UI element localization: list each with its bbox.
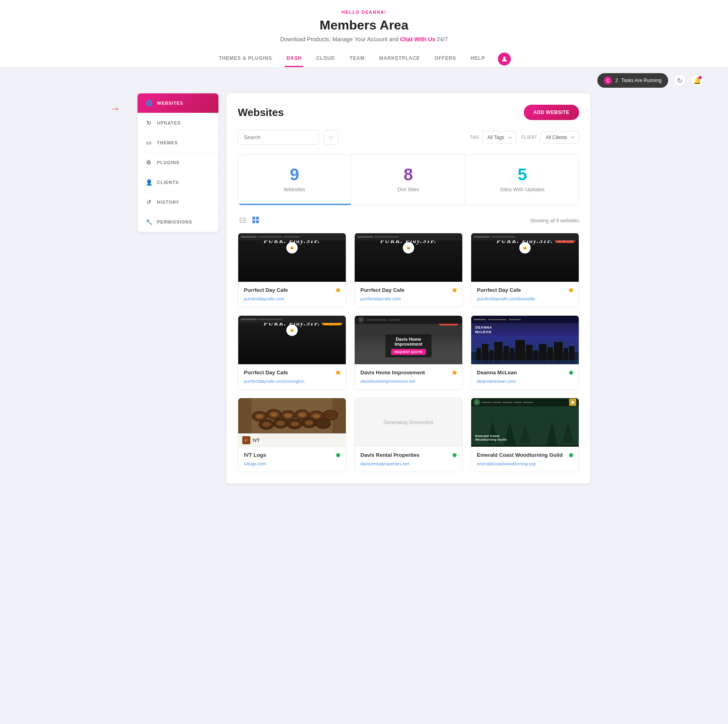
nav-marketplace[interactable]: MARKETPLACE [378, 51, 422, 67]
card-url-5[interactable]: davishomeimprovement.net [360, 379, 415, 384]
svg-point-41 [262, 422, 271, 427]
svg-marker-52 [571, 401, 574, 404]
svg-rect-6 [243, 222, 246, 223]
svg-rect-7 [252, 217, 255, 220]
svg-point-45 [291, 422, 299, 426]
card-screenshot-2: 🐱 PURR. Play.SIP. [355, 233, 462, 282]
view-controls [238, 215, 260, 226]
subtitle: Download Products, Manage Your Account a… [8, 36, 720, 42]
user-avatar[interactable] [498, 53, 511, 65]
website-card-8[interactable]: Generating Screenshot Davis Rental Prope… [354, 398, 463, 472]
star-filter-button[interactable]: ☆ [324, 130, 338, 145]
permissions-icon: 🔧 [146, 219, 152, 225]
chat-link[interactable]: Chat With Us [400, 36, 435, 42]
nav-cloud[interactable]: CLOUD [315, 51, 337, 67]
stat-updates-label: Sites With Updates [474, 186, 571, 192]
nav-themes-plugins[interactable]: THEMES & PLUGINS [217, 51, 273, 67]
card-url-7[interactable]: ivtlogs.com [244, 461, 266, 466]
tasks-button[interactable]: C 2 Tasks Are Running [597, 73, 668, 88]
status-dot-1 [336, 288, 340, 292]
notifications-button[interactable]: 🔔 [691, 74, 704, 87]
header: HELLO DEANNA! Members Area Download Prod… [0, 0, 728, 68]
card-url-8[interactable]: davisrentalproperties.net [360, 461, 409, 466]
card-url-4[interactable]: purrfectdaycafe.com/covington [244, 379, 305, 384]
sidebar-label-permissions: PERMISSIONS [157, 220, 192, 224]
card-info-9: Emerald Coast Woodturning Guild emeraldc… [471, 447, 579, 472]
website-card-2[interactable]: 🐱 PURR. Play.SIP. Purrfect Day Cafe purr… [354, 233, 463, 307]
svg-rect-59 [471, 445, 579, 447]
grid-view-button[interactable] [251, 215, 260, 226]
nav-dash[interactable]: DASH [285, 51, 303, 67]
card-name-8: Davis Rental Properties [360, 452, 419, 458]
card-name-9: Emerald Coast Woodturning Guild [477, 452, 563, 458]
list-view-button[interactable] [238, 215, 248, 226]
website-card-4[interactable]: UPDATE 🐱 PURR. Play.SIP. Purrfect Day C [238, 315, 346, 390]
page-title: Websites [238, 106, 284, 119]
c-logo-icon: C [604, 76, 612, 84]
add-website-button[interactable]: ADD WEBSITE [524, 105, 580, 120]
plugins-icon: ⚙ [146, 159, 152, 166]
sidebar-item-history[interactable]: ↺ HISTORY [138, 192, 218, 212]
page-main-title: Members Area [8, 18, 720, 33]
card-url-2[interactable]: purrfectdaycafe.com [360, 296, 401, 301]
sidebar-item-plugins[interactable]: ⚙ PLUGINS [138, 153, 218, 173]
stat-websites-label: Websites [246, 186, 343, 192]
website-card-5[interactable]: UPDATE D Davis Home Improvement REQUEST … [354, 315, 463, 390]
sidebar-item-updates[interactable]: ↻ UPDATES [138, 113, 218, 133]
notification-badge [698, 76, 702, 79]
updates-icon: ↻ [146, 120, 152, 126]
status-dot-2 [453, 288, 457, 292]
sidebar-label-clients: CLIENTS [157, 180, 179, 185]
card-screenshot-7: I IVT [238, 398, 346, 447]
sidebar-item-themes[interactable]: ▭ THEMES [138, 133, 218, 153]
svg-rect-27 [471, 360, 579, 364]
refresh-button[interactable]: ↻ [673, 74, 686, 87]
card-url-6[interactable]: deannamclean.com [477, 379, 516, 384]
tag-filter-label: TAG [470, 135, 479, 139]
website-card-1[interactable]: 🐱 PURR. Play.SIP. Purrfect Day Cafe purr… [238, 233, 346, 307]
nav-help[interactable]: HELP [469, 51, 487, 67]
tasks-count: 2 [615, 78, 618, 83]
svg-rect-2 [243, 218, 246, 219]
hello-greeting: HELLO DEANNA! [8, 10, 720, 15]
client-filter-select[interactable]: All Clients [540, 131, 579, 144]
card-url-3[interactable]: purrfectdaycafe.com/louisville [477, 296, 535, 301]
svg-point-34 [284, 413, 292, 418]
card-url-1[interactable]: purrfectdaycafe.com [244, 296, 284, 301]
svg-point-0 [503, 57, 506, 59]
card-name-7: IVT Logs [244, 452, 266, 458]
website-card-3[interactable]: UPDATE 🐱 PURR. Play.SIP. Purrfect Day C [471, 233, 579, 307]
status-dot-9 [569, 453, 573, 457]
sidebar: 🌐 WEBSITES ↻ UPDATES ▭ THEMES ⚙ PLUGINS … [138, 93, 218, 232]
card-screenshot-1: 🐱 PURR. Play.SIP. [238, 233, 346, 282]
card-url-9[interactable]: emeraldcoastwoodturning.org [477, 461, 535, 466]
sidebar-label-themes: THEMES [157, 140, 178, 145]
svg-point-32 [270, 412, 278, 417]
search-input[interactable] [238, 130, 319, 145]
stat-sites-with-updates[interactable]: 5 Sites With Updates [466, 155, 579, 205]
tag-filter-select[interactable]: All Tags [482, 131, 516, 144]
tag-filter-group: TAG All Tags [470, 131, 516, 144]
nav-offers[interactable]: OFFERS [433, 51, 457, 67]
nav-team[interactable]: TEAM [348, 51, 366, 67]
website-card-9[interactable]: Emerald Coast Woodturning Guild Emerald … [471, 398, 579, 472]
stat-divi-sites[interactable]: 8 Divi Sites [352, 155, 465, 205]
sidebar-item-permissions[interactable]: 🔧 PERMISSIONS [138, 212, 218, 232]
filters-bar: ☆ TAG All Tags CLIENT All Clients [238, 130, 579, 145]
svg-rect-10 [256, 220, 259, 223]
svg-point-30 [256, 414, 264, 419]
svg-rect-4 [243, 220, 246, 221]
sidebar-item-websites[interactable]: 🌐 WEBSITES [138, 93, 218, 113]
website-card-7[interactable]: I IVT IVT Logs ivtlogs.com [238, 398, 346, 472]
stat-websites[interactable]: 9 Websites [238, 155, 351, 205]
svg-rect-3 [239, 220, 242, 221]
toolbar: C 2 Tasks Are Running ↻ 🔔 [0, 68, 728, 93]
status-dot-7 [336, 453, 340, 457]
sidebar-item-clients[interactable]: 👤 CLIENTS [138, 173, 218, 192]
svg-point-47 [305, 420, 313, 425]
stat-divi-label: Divi Sites [360, 186, 456, 192]
sidebar-label-history: HISTORY [157, 200, 179, 205]
card-info-4: Purrfect Day Cafe purrfectdaycafe.com/co… [238, 364, 346, 389]
website-card-6[interactable]: DEANNAMcLEAN Deanna McLean deannamclean.… [471, 315, 579, 390]
svg-point-39 [323, 410, 338, 420]
